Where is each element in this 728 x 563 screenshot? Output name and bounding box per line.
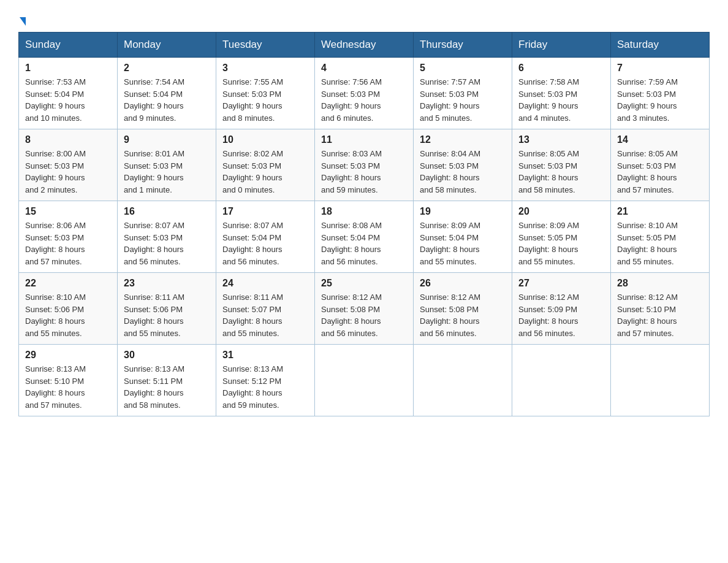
calendar-cell: 11Sunrise: 8:03 AM Sunset: 5:03 PM Dayli… — [315, 129, 414, 201]
day-number: 14 — [617, 134, 703, 145]
calendar-cell: 27Sunrise: 8:12 AM Sunset: 5:09 PM Dayli… — [512, 273, 611, 345]
weekday-header-row: SundayMondayTuesdayWednesdayThursdayFrid… — [19, 33, 710, 58]
day-info: Sunrise: 7:55 AM Sunset: 5:03 PM Dayligh… — [222, 76, 308, 124]
day-info: Sunrise: 8:11 AM Sunset: 5:07 PM Dayligh… — [222, 291, 308, 339]
day-number: 15 — [25, 206, 111, 217]
day-info: Sunrise: 8:02 AM Sunset: 5:03 PM Dayligh… — [222, 148, 308, 196]
calendar-cell: 17Sunrise: 8:07 AM Sunset: 5:04 PM Dayli… — [216, 201, 315, 273]
day-number: 6 — [518, 63, 604, 74]
day-info: Sunrise: 8:07 AM Sunset: 5:04 PM Dayligh… — [222, 220, 308, 267]
weekday-header-monday: Monday — [118, 33, 216, 58]
calendar-cell: 25Sunrise: 8:12 AM Sunset: 5:08 PM Dayli… — [315, 273, 414, 345]
day-info: Sunrise: 7:58 AM Sunset: 5:03 PM Dayligh… — [518, 76, 604, 124]
day-info: Sunrise: 8:08 AM Sunset: 5:04 PM Dayligh… — [321, 220, 407, 267]
day-number: 30 — [124, 350, 210, 361]
calendar-cell: 7Sunrise: 7:59 AM Sunset: 5:03 PM Daylig… — [611, 58, 710, 129]
day-info: Sunrise: 8:10 AM Sunset: 5:05 PM Dayligh… — [617, 220, 703, 267]
calendar-cell: 28Sunrise: 8:12 AM Sunset: 5:10 PM Dayli… — [611, 273, 710, 345]
day-info: Sunrise: 8:03 AM Sunset: 5:03 PM Dayligh… — [321, 148, 407, 196]
calendar-cell: 15Sunrise: 8:06 AM Sunset: 5:03 PM Dayli… — [19, 201, 118, 273]
day-number: 23 — [124, 278, 210, 289]
day-number: 22 — [25, 278, 111, 289]
day-info: Sunrise: 8:07 AM Sunset: 5:03 PM Dayligh… — [124, 220, 210, 267]
calendar-cell: 29Sunrise: 8:13 AM Sunset: 5:10 PM Dayli… — [19, 345, 118, 416]
calendar-cell: 2Sunrise: 7:54 AM Sunset: 5:04 PM Daylig… — [118, 58, 216, 129]
weekday-header-saturday: Saturday — [611, 33, 710, 58]
weekday-header-friday: Friday — [512, 33, 611, 58]
week-row-2: 8Sunrise: 8:00 AM Sunset: 5:03 PM Daylig… — [19, 129, 710, 201]
day-number: 3 — [222, 63, 308, 74]
day-info: Sunrise: 8:12 AM Sunset: 5:08 PM Dayligh… — [321, 291, 407, 339]
day-number: 27 — [518, 278, 604, 289]
day-number: 16 — [124, 206, 210, 217]
day-info: Sunrise: 7:54 AM Sunset: 5:04 PM Dayligh… — [124, 76, 210, 124]
day-number: 24 — [222, 278, 308, 289]
day-number: 13 — [518, 134, 604, 145]
day-number: 1 — [25, 63, 111, 74]
day-info: Sunrise: 8:12 AM Sunset: 5:09 PM Dayligh… — [518, 291, 604, 339]
day-number: 2 — [124, 63, 210, 74]
day-info: Sunrise: 8:12 AM Sunset: 5:10 PM Dayligh… — [617, 291, 703, 339]
calendar-table: SundayMondayTuesdayWednesdayThursdayFrid… — [18, 32, 710, 416]
week-row-5: 29Sunrise: 8:13 AM Sunset: 5:10 PM Dayli… — [19, 345, 710, 416]
day-info: Sunrise: 8:05 AM Sunset: 5:03 PM Dayligh… — [617, 148, 703, 196]
day-number: 21 — [617, 206, 703, 217]
day-info: Sunrise: 8:13 AM Sunset: 5:12 PM Dayligh… — [222, 363, 308, 411]
calendar-cell: 9Sunrise: 8:01 AM Sunset: 5:03 PM Daylig… — [118, 129, 216, 201]
calendar-cell: 22Sunrise: 8:10 AM Sunset: 5:06 PM Dayli… — [19, 273, 118, 345]
day-number: 11 — [321, 134, 407, 145]
logo — [18, 17, 26, 26]
day-info: Sunrise: 8:04 AM Sunset: 5:03 PM Dayligh… — [420, 148, 506, 196]
day-number: 9 — [124, 134, 210, 145]
calendar-cell — [414, 345, 512, 416]
calendar-cell: 30Sunrise: 8:13 AM Sunset: 5:11 PM Dayli… — [118, 345, 216, 416]
calendar-cell — [512, 345, 611, 416]
calendar-cell: 16Sunrise: 8:07 AM Sunset: 5:03 PM Dayli… — [118, 201, 216, 273]
calendar-cell: 13Sunrise: 8:05 AM Sunset: 5:03 PM Dayli… — [512, 129, 611, 201]
day-number: 28 — [617, 278, 703, 289]
calendar-cell: 14Sunrise: 8:05 AM Sunset: 5:03 PM Dayli… — [611, 129, 710, 201]
day-number: 31 — [222, 350, 308, 361]
week-row-1: 1Sunrise: 7:53 AM Sunset: 5:04 PM Daylig… — [19, 58, 710, 129]
day-number: 25 — [321, 278, 407, 289]
day-number: 8 — [25, 134, 111, 145]
calendar-cell: 31Sunrise: 8:13 AM Sunset: 5:12 PM Dayli… — [216, 345, 315, 416]
day-info: Sunrise: 8:10 AM Sunset: 5:06 PM Dayligh… — [25, 291, 111, 339]
day-info: Sunrise: 8:09 AM Sunset: 5:05 PM Dayligh… — [518, 220, 604, 267]
logo-arrow-icon — [20, 17, 26, 26]
day-number: 10 — [222, 134, 308, 145]
calendar-cell: 4Sunrise: 7:56 AM Sunset: 5:03 PM Daylig… — [315, 58, 414, 129]
day-info: Sunrise: 7:57 AM Sunset: 5:03 PM Dayligh… — [420, 76, 506, 124]
day-number: 26 — [420, 278, 506, 289]
day-number: 7 — [617, 63, 703, 74]
day-number: 17 — [222, 206, 308, 217]
day-number: 12 — [420, 134, 506, 145]
day-info: Sunrise: 8:00 AM Sunset: 5:03 PM Dayligh… — [25, 148, 111, 196]
weekday-header-sunday: Sunday — [19, 33, 118, 58]
day-info: Sunrise: 7:53 AM Sunset: 5:04 PM Dayligh… — [25, 76, 111, 124]
day-info: Sunrise: 8:06 AM Sunset: 5:03 PM Dayligh… — [25, 220, 111, 267]
calendar-cell: 1Sunrise: 7:53 AM Sunset: 5:04 PM Daylig… — [19, 58, 118, 129]
week-row-3: 15Sunrise: 8:06 AM Sunset: 5:03 PM Dayli… — [19, 201, 710, 273]
day-number: 4 — [321, 63, 407, 74]
day-info: Sunrise: 8:05 AM Sunset: 5:03 PM Dayligh… — [518, 148, 604, 196]
weekday-header-thursday: Thursday — [414, 33, 512, 58]
calendar-cell: 20Sunrise: 8:09 AM Sunset: 5:05 PM Dayli… — [512, 201, 611, 273]
day-info: Sunrise: 7:56 AM Sunset: 5:03 PM Dayligh… — [321, 76, 407, 124]
day-info: Sunrise: 8:11 AM Sunset: 5:06 PM Dayligh… — [124, 291, 210, 339]
day-number: 29 — [25, 350, 111, 361]
day-info: Sunrise: 7:59 AM Sunset: 5:03 PM Dayligh… — [617, 76, 703, 124]
day-number: 18 — [321, 206, 407, 217]
calendar-cell: 26Sunrise: 8:12 AM Sunset: 5:08 PM Dayli… — [414, 273, 512, 345]
calendar-cell: 10Sunrise: 8:02 AM Sunset: 5:03 PM Dayli… — [216, 129, 315, 201]
day-info: Sunrise: 8:13 AM Sunset: 5:10 PM Dayligh… — [25, 363, 111, 411]
calendar-cell: 8Sunrise: 8:00 AM Sunset: 5:03 PM Daylig… — [19, 129, 118, 201]
day-info: Sunrise: 8:12 AM Sunset: 5:08 PM Dayligh… — [420, 291, 506, 339]
day-info: Sunrise: 8:01 AM Sunset: 5:03 PM Dayligh… — [124, 148, 210, 196]
calendar-cell — [611, 345, 710, 416]
calendar-cell: 6Sunrise: 7:58 AM Sunset: 5:03 PM Daylig… — [512, 58, 611, 129]
calendar-cell — [315, 345, 414, 416]
calendar-cell: 24Sunrise: 8:11 AM Sunset: 5:07 PM Dayli… — [216, 273, 315, 345]
calendar-cell: 21Sunrise: 8:10 AM Sunset: 5:05 PM Dayli… — [611, 201, 710, 273]
calendar-cell: 18Sunrise: 8:08 AM Sunset: 5:04 PM Dayli… — [315, 201, 414, 273]
